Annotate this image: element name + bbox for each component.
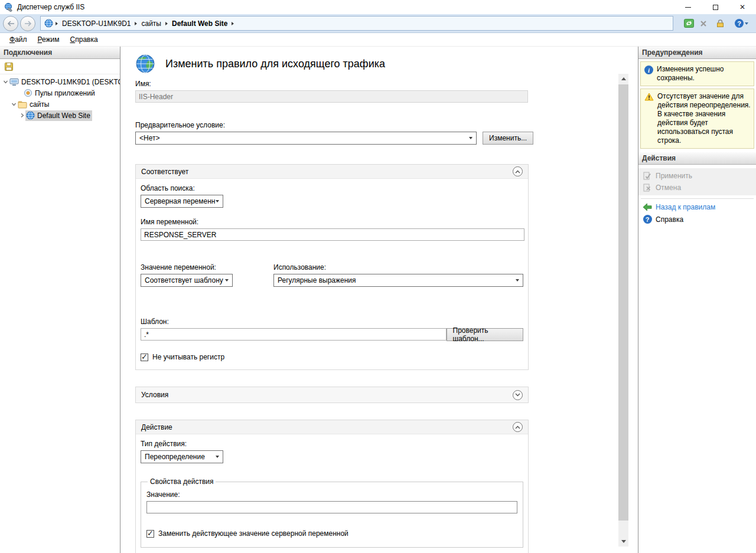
page-title: Изменить правило для исходящего трафика [165,58,385,70]
scroll-up-button[interactable] [618,74,628,84]
close-icon [739,3,745,11]
chevron-down-icon [745,22,748,25]
chevron-expanded-icon[interactable] [2,79,9,84]
breadcrumb-separator-icon[interactable] [165,22,168,25]
menu-item-file[interactable]: Файл [4,34,32,45]
edit-precondition-button[interactable]: Изменить... [483,132,533,145]
tree-item-app-pools[interactable]: Пулы приложений [0,87,120,99]
variable-name-input[interactable]: RESPONSE_SERVER [141,228,524,241]
collapse-match-button[interactable] [513,166,523,176]
test-pattern-button[interactable]: Проверить шаблон... [447,328,523,341]
apply-button: Применить [638,170,756,182]
breadcrumb-item-server[interactable]: DESKTOP-U1MK9D1 [58,19,134,28]
minimize-button[interactable] [674,0,702,14]
action-properties-group: Свойства действия Значение: Заменить дей… [141,477,523,548]
name-input: IIS-Header [135,90,528,103]
scope-label: Область поиска: [141,184,523,192]
action-type-select[interactable]: Переопределение [141,450,223,463]
ignore-case-label: Не учитывать регистр [152,353,224,361]
help-menu-button[interactable] [735,19,748,28]
back-to-rules-link[interactable]: Назад к правилам [638,201,756,213]
scroll-down-button[interactable] [618,536,628,547]
maximize-button[interactable] [702,0,729,14]
triangle-up-icon [621,77,626,80]
site-globe-icon [26,111,35,120]
window-title: Диспетчер служб IIS [17,3,84,11]
help-link[interactable]: Справка [638,213,756,225]
server-icon [9,77,19,86]
back-arrow-icon [7,21,15,27]
combo-arrow-icon [216,200,219,202]
tree-item-sites[interactable]: сайты [0,99,120,110]
breadcrumb-separator-icon[interactable] [232,22,234,25]
forward-button[interactable] [20,16,35,31]
action-value-input[interactable] [146,501,517,513]
sites-folder-icon [18,100,27,109]
help-icon [643,215,652,224]
conditions-section-header[interactable]: Условия [136,387,528,403]
refresh-button[interactable] [684,19,694,28]
variable-value-select[interactable]: Соответствует шаблону [141,274,233,287]
action-type-label: Тип действия: [141,440,523,448]
replace-value-checkbox[interactable] [146,530,154,538]
menu-item-help[interactable]: Справка [65,34,103,45]
ignore-case-row: Не учитывать регистр [141,353,523,361]
page-header: Изменить правило для исходящего трафика [135,54,535,74]
cancel-label: Отмена [656,184,681,192]
warning-alert: Отсутствует значение для действия переоп… [640,89,754,149]
action-value-label: Значение: [146,490,517,499]
forward-arrow-icon [24,21,32,27]
chevron-up-icon [515,426,520,429]
connections-panel: Подключения DESKT [0,47,120,553]
conditions-section-title: Условия [141,391,168,399]
cancel-button: Отмена [638,182,756,194]
back-arrow-green-icon [643,203,652,211]
expand-conditions-button[interactable] [513,390,523,400]
breadcrumb[interactable]: DESKTOP-U1MK9D1 сайты Default Web Site [40,16,673,31]
action-properties-legend: Свойства действия [148,477,216,486]
action-section: Действие Тип действия: Переопределение С… [135,420,529,553]
scope-select[interactable]: Серверная переменн [141,195,223,208]
action-section-title: Действие [141,423,172,431]
save-connections-icon [4,62,14,71]
variable-name-label: Имя переменной: [141,218,523,226]
breadcrumb-item-sites[interactable]: сайты [138,19,165,28]
menu-item-mode[interactable]: Режим [32,34,65,45]
close-button[interactable] [729,0,756,14]
tree-item-default-web-site[interactable]: Default Web Site [0,110,120,121]
chevron-up-icon [515,170,520,174]
chevron-down-icon [515,393,520,397]
maximize-icon [713,5,718,10]
collapse-action-button[interactable] [513,422,523,432]
ignore-case-checkbox[interactable] [141,354,148,361]
save-connections-button[interactable] [2,60,15,73]
back-button[interactable] [3,16,18,31]
match-section-header[interactable]: Соответствует [136,165,528,179]
breadcrumb-separator-icon[interactable] [135,22,137,25]
breadcrumb-item-default-web-site[interactable]: Default Web Site [168,19,231,28]
conditions-section: Условия [135,387,529,403]
pattern-input[interactable]: .* [141,328,447,341]
tree-item-label: сайты [30,100,50,109]
stop-button[interactable] [700,20,707,27]
chevron-expanded-icon[interactable] [10,102,17,107]
scrollbar-thumb[interactable] [618,84,628,521]
precondition-select[interactable]: <Нет> [135,132,477,145]
scope-value: Серверная переменн [145,197,215,205]
warning-icon [644,93,654,101]
main-scrollbar[interactable] [618,74,628,547]
replace-value-label: Заменить действующее значение серверной … [158,529,348,538]
lock-icon [716,19,724,28]
lock-button[interactable] [716,19,724,28]
help-label: Справка [656,215,683,224]
action-section-header[interactable]: Действие [136,420,528,434]
connections-tree: DESKTOP-U1MK9D1 (DESKTOP Пулы приложений [0,74,120,121]
address-bar: DESKTOP-U1MK9D1 сайты Default Web Site [0,14,756,33]
help-icon [735,19,744,28]
chevron-collapsed-icon[interactable] [18,113,25,118]
combo-arrow-icon [225,279,229,282]
usage-select[interactable]: Регулярные выражения [273,274,523,287]
globe-icon [44,19,53,28]
tree-item-server[interactable]: DESKTOP-U1MK9D1 (DESKTOP [0,76,120,87]
main-content: Изменить правило для исходящего трафика … [121,47,637,553]
